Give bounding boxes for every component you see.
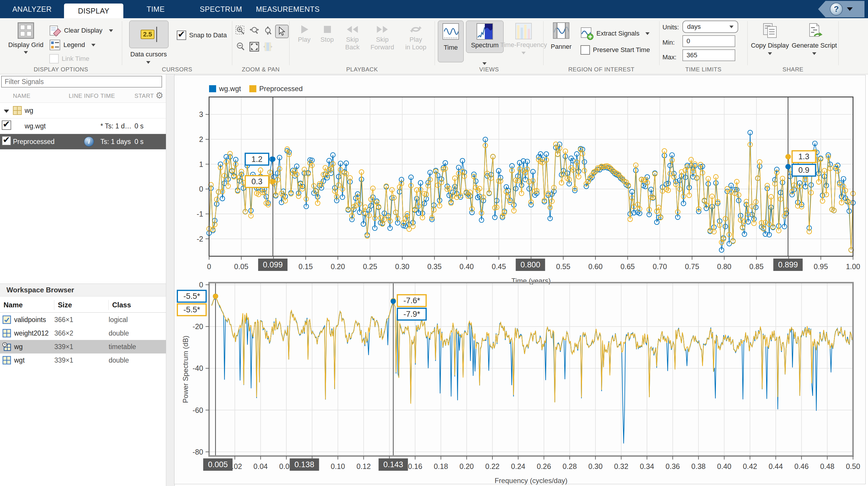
chart-legend: wg.wgt Preprocessed [209, 85, 303, 93]
eraser-icon [49, 25, 61, 36]
legend-swatch [249, 85, 256, 92]
extract-signals-button[interactable]: Extract Signals [581, 27, 650, 40]
snap-to-data-checkbox[interactable]: Snap to Data [177, 31, 227, 40]
checkbox-icon [581, 45, 590, 55]
workspace-row-wg[interactable]: wg 339×1 timetable [0, 340, 166, 353]
toolstrip-tab-bar: ANALYZER DISPLAY TIME SPECTRUM MEASUREME… [0, 0, 868, 18]
preserve-start-time-checkbox[interactable]: Preserve Start Time [581, 45, 650, 55]
checkbox-checked-icon[interactable] [2, 136, 11, 145]
legend-entry: wg.wgt [209, 85, 241, 93]
timetable-icon [13, 106, 22, 115]
loop-icon [409, 23, 422, 36]
skip-forward-button[interactable]: Skip Forward [367, 23, 398, 51]
signal-row-preprocessed[interactable]: Preprocessed i Ts: 1 days 0 s [0, 134, 166, 149]
time-frequency-view-icon [515, 23, 532, 39]
panner-tool-icon[interactable] [261, 40, 274, 53]
help-icon: ? [830, 3, 843, 16]
checkbox-icon [49, 54, 59, 63]
zoom-in-icon[interactable] [235, 25, 247, 37]
logical-variable-icon [2, 315, 11, 324]
workspace-row-weight2012[interactable]: weight2012 366×2 double [0, 326, 166, 340]
checkbox-checked-icon[interactable] [2, 120, 11, 130]
cursor-tag-left[interactable] [258, 259, 287, 271]
script-icon [806, 22, 823, 39]
copy-display-button[interactable]: Copy Display [749, 22, 790, 55]
min-input[interactable]: 0 [682, 35, 735, 47]
pointer-tool-icon[interactable] [275, 25, 289, 38]
spectrum-view-button[interactable]: Spectrum [466, 21, 504, 53]
skip-back-button[interactable]: Skip Back [340, 23, 365, 51]
cursor-delta-tag[interactable] [516, 259, 545, 271]
workspace-rows: validpoints 366×1 logical weight2012 366… [0, 313, 166, 367]
chevron-down-icon [24, 51, 28, 54]
panner-button[interactable]: Panner [547, 22, 576, 51]
play-button[interactable]: Play [293, 23, 315, 44]
data-cursors-button[interactable]: 2.5 [129, 21, 168, 48]
tab-display[interactable]: DISPLAY [64, 3, 123, 18]
signal-table-header: NAME LINE INFO TIME START ⚙ [0, 89, 166, 103]
expander-icon[interactable] [4, 110, 9, 113]
info-icon[interactable]: i [84, 137, 94, 147]
display-grid-button[interactable]: Display Grid [8, 22, 43, 54]
tab-analyzer[interactable]: ANALYZER [0, 0, 64, 18]
chevron-down-icon [109, 29, 113, 32]
workspace-browser-title: Workspace Browser [0, 284, 166, 296]
gear-icon[interactable]: ⚙ [156, 90, 163, 101]
play-icon [298, 23, 311, 36]
workspace-row-wgt[interactable]: wgt 339×1 double [0, 353, 166, 367]
tab-spectrum[interactable]: SPECTRUM [188, 0, 254, 18]
zoom-x-icon[interactable] [248, 25, 260, 37]
skip-forward-icon [376, 23, 389, 36]
chevron-down-icon [645, 32, 650, 35]
checkbox-checked-icon [177, 31, 186, 40]
signal-group-row[interactable]: wg [0, 103, 166, 118]
timetable-variable-icon [2, 342, 11, 351]
workspace-row-validpoints[interactable]: validpoints 366×1 logical [0, 313, 166, 326]
zoom-out-icon[interactable] [235, 40, 247, 53]
stop-icon [321, 23, 334, 36]
cursor-tag-left[interactable] [203, 458, 232, 471]
play-in-loop-button[interactable]: Play in Loop [402, 23, 430, 51]
generate-script-button[interactable]: Generate Script [792, 22, 836, 55]
time-view-icon [442, 23, 459, 40]
workspace-header: Name Size Class [0, 298, 166, 313]
stop-button[interactable]: Stop [316, 23, 338, 44]
section-time-limits: Units: days Min: 0 Max: 365 TIME LIMITS [659, 18, 747, 74]
signal-row-wgwgt[interactable]: wg.wgt * Ts: 1 d… 0 s [0, 118, 166, 134]
legend-icon [49, 39, 61, 51]
filter-signals-input[interactable] [1, 76, 162, 88]
tab-time[interactable]: TIME [123, 0, 188, 18]
tab-measurements[interactable]: MEASUREMENTS [254, 0, 321, 18]
units-dropdown[interactable]: days [682, 21, 738, 33]
signal-analyzer-app: ANALYZER DISPLAY TIME SPECTRUM MEASUREME… [0, 0, 868, 486]
legend-entry: Preprocessed [249, 85, 303, 93]
extract-signals-icon [581, 27, 593, 40]
matrix-variable-icon [2, 356, 11, 365]
chevron-down-icon [483, 62, 487, 65]
legend-button[interactable]: Legend [49, 39, 95, 51]
section-zoom-pan: ZOOM & PAN [232, 18, 289, 74]
matrix-variable-icon [2, 329, 11, 338]
chevron-down-icon [522, 52, 526, 54]
legend-swatch [209, 85, 216, 92]
time-view-button[interactable]: Time [438, 21, 464, 62]
chevron-down-icon [768, 52, 772, 55]
help-button[interactable]: ? [818, 1, 865, 17]
time-frequency-view-button[interactable]: Time-Frequency [505, 21, 542, 54]
clear-display-button[interactable]: Clear Display [49, 25, 113, 36]
zoom-y-icon[interactable] [261, 25, 274, 37]
cursor-delta-tag[interactable] [290, 458, 319, 471]
max-input[interactable]: 365 [682, 49, 735, 61]
section-views: Time Spectrum Time-Frequency VIEWS [435, 18, 543, 74]
cursor-tag-right[interactable] [378, 458, 408, 471]
cursor-tag-right[interactable] [773, 259, 803, 271]
link-time-checkbox[interactable]: Link Time [49, 54, 89, 63]
panel-splitter[interactable] [166, 74, 175, 486]
section-cursors: 2.5 Data cursors Snap to Data CURSORS [122, 18, 232, 74]
signal-panel: NAME LINE INFO TIME START ⚙ wg [0, 74, 166, 486]
section-roi: Panner Extract Signals Preserve Start Ti… [544, 18, 659, 74]
display-grid-icon [18, 22, 34, 39]
fit-to-view-icon[interactable] [248, 40, 260, 53]
data-cursors-icon: 2.5 [141, 27, 157, 42]
panner-icon [553, 22, 569, 39]
